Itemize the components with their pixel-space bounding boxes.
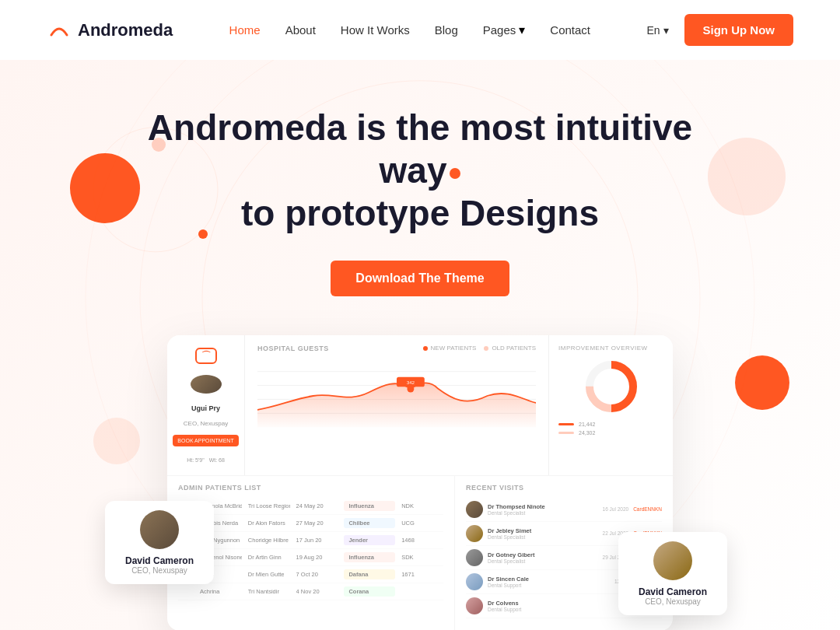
nav-blog[interactable]: Blog	[435, 23, 458, 37]
deco-pink-small-circle	[93, 418, 140, 464]
legend-dot-new	[423, 346, 428, 351]
profile-role-right: CEO, Nexuspay	[645, 597, 701, 606]
profile-role-left: CEO, Nexuspay	[131, 566, 187, 575]
table-row: ND Vassenol Nisone Dr Artin Ginn 19 Aug …	[178, 549, 443, 566]
chart-legend: NEW PATIENTS OLD PATIENTS	[423, 345, 536, 352]
legend-val-1: 21,442	[579, 422, 595, 427]
navbar: Andromeda Home About How It Works Blog P…	[0, 0, 840, 60]
brand-name: Andromeda	[78, 20, 173, 40]
nav-home-link[interactable]: Home	[229, 23, 261, 37]
visit-avatar	[466, 597, 483, 614]
book-appointment-button[interactable]: BOOK APPOINTMENT	[173, 435, 238, 446]
table-title: ADMIN PATIENTS LIST	[178, 484, 443, 492]
logo[interactable]: Andromeda	[47, 18, 173, 43]
visits-title: RECENT VISITS	[466, 484, 662, 492]
nav-how-it-works[interactable]: How It Works	[341, 23, 410, 37]
legend-item-1: 21,442	[558, 422, 663, 427]
nav-about[interactable]: About	[285, 23, 316, 37]
dashboard-mockup: David Cameron CEO, Nexuspay David Camero…	[167, 335, 673, 630]
table-row: ND Anumola McBride Tri Loose Region 24 M…	[178, 498, 443, 515]
chevron-down-icon: ▾	[519, 23, 525, 37]
mini-stats: Ht: 5'9" Wt: 68	[187, 457, 225, 463]
legend-old-patients: OLD PATIENTS	[484, 345, 536, 352]
legend-new-patients: NEW PATIENTS	[423, 345, 477, 352]
nav-pages[interactable]: Pages ▾	[483, 23, 526, 37]
nav-pages-link[interactable]: Pages	[483, 23, 516, 37]
avatar-right	[653, 541, 692, 580]
avatar-left	[140, 510, 179, 549]
language-selector[interactable]: En ▾	[646, 24, 668, 37]
chart-header: HOSPITAL GUESTS NEW PATIENTS OLD PATIENT…	[257, 345, 536, 352]
legend-label-old: OLD PATIENTS	[492, 345, 536, 352]
dashboard-card: ⌒ Ugui Pry CEO, Nexuspay BOOK APPOINTMEN…	[167, 335, 673, 630]
profile-name-left: David Cameron	[125, 555, 194, 566]
legend-item-2: 24,302	[558, 430, 663, 436]
table-row: NNI Nias Nygunnon Choridge Hilbre 17 Jun…	[178, 532, 443, 549]
visit-avatar	[466, 549, 483, 566]
nav-contact-link[interactable]: Contact	[550, 23, 590, 37]
user-mini-name: Ugui Pry	[191, 404, 220, 412]
legend-val-2: 24,302	[579, 430, 595, 436]
profile-card-left: David Cameron CEO, Nexuspay	[105, 501, 214, 584]
dash-logo: ⌒	[195, 348, 217, 364]
profile-card-right: David Cameron CEO, Nexuspay	[618, 532, 727, 615]
hero-section: Andromeda is the most intuitive way to p…	[0, 60, 840, 630]
hero-content: Andromeda is the most intuitive way to p…	[140, 107, 700, 296]
legend-line-2	[558, 432, 574, 434]
visit-avatar	[466, 501, 483, 518]
table-row: Achrina Tri Nantsidir 4 Nov 20 Corana	[178, 583, 443, 600]
hero-title-line1: Andromeda is the most intuitive way	[148, 107, 692, 191]
legend-label-new: NEW PATIENTS	[431, 345, 477, 352]
dashboard-top: ⌒ Ugui Pry CEO, Nexuspay BOOK APPOINTMEN…	[167, 335, 673, 475]
svg-text:342: 342	[407, 379, 415, 384]
line-chart: 342	[257, 357, 536, 435]
signup-button[interactable]: Sign Up Now	[684, 14, 794, 46]
visit-info: Dr Thompsed Ninote Dental Specialist	[488, 503, 598, 516]
dashboard-bottom: ADMIN PATIENTS LIST ND Anumola McBride T…	[167, 475, 673, 630]
donut-chart	[584, 359, 639, 414]
hero-title: Andromeda is the most intuitive way to p…	[140, 107, 700, 236]
improvement-title: IMPROVEMENT OVERVIEW	[558, 345, 663, 352]
nav-home[interactable]: Home	[229, 23, 261, 37]
table-row: Tylon Dr Mlen Gutte 7 Oct 20 Dafana 1671	[178, 566, 443, 583]
user-mini-role: CEO, Nexuspay	[184, 420, 228, 427]
visit-avatar	[466, 573, 483, 590]
user-panel: ⌒ Ugui Pry CEO, Nexuspay BOOK APPOINTMEN…	[167, 335, 245, 475]
language-label: En	[646, 24, 660, 37]
visit-info: Dr Sincen Cale Dental Support	[488, 576, 610, 588]
nav-contact[interactable]: Contact	[550, 23, 590, 37]
user-mini-avatar	[191, 375, 222, 394]
legend-dot-old	[484, 346, 488, 351]
nav-links: Home About How It Works Blog Pages ▾ Con…	[229, 23, 590, 37]
visit-row: Dr Thompsed Ninote Dental Specialist 16 …	[466, 498, 662, 522]
legend-line-1	[558, 423, 574, 425]
nav-right: En ▾ Sign Up Now	[646, 14, 793, 46]
download-button[interactable]: Download The Theme	[331, 261, 509, 296]
chart-title: HOSPITAL GUESTS	[257, 345, 329, 352]
deco-orange-circle-large	[70, 153, 140, 223]
profile-name-right: David Cameron	[639, 586, 707, 597]
stat-ht: Ht: 5'9"	[187, 457, 205, 463]
hero-title-line2: to prototype Designs	[241, 193, 599, 233]
improvement-legend: 21,442 24,302	[558, 422, 663, 436]
logo-icon	[47, 18, 72, 43]
chevron-down-icon: ▾	[663, 24, 669, 37]
visit-info: Dr Jebley Simet Dental Specialist	[488, 527, 598, 540]
visit-info: Dr Colvens Dental Support	[488, 600, 624, 612]
deco-orange-right-circle	[735, 355, 789, 410]
improvement-panel: IMPROVEMENT OVERVIEW 21,442	[548, 335, 673, 475]
donut-chart-container	[558, 359, 663, 414]
visit-avatar	[466, 525, 483, 542]
nav-blog-link[interactable]: Blog	[435, 23, 458, 37]
nav-about-link[interactable]: About	[285, 23, 316, 37]
chart-area: HOSPITAL GUESTS NEW PATIENTS OLD PATIENT…	[245, 335, 548, 475]
nav-how-works-link[interactable]: How It Works	[341, 23, 410, 37]
visit-info: Dr Gotney Gibert Dental Specialist	[488, 551, 598, 564]
table-row: ND Fanabis Nerda Dr Alon Fators 27 May 2…	[178, 515, 443, 532]
stat-wt: Wt: 68	[209, 457, 225, 463]
deco-pink-circle	[708, 138, 786, 215]
orange-dot-deco	[450, 168, 460, 179]
